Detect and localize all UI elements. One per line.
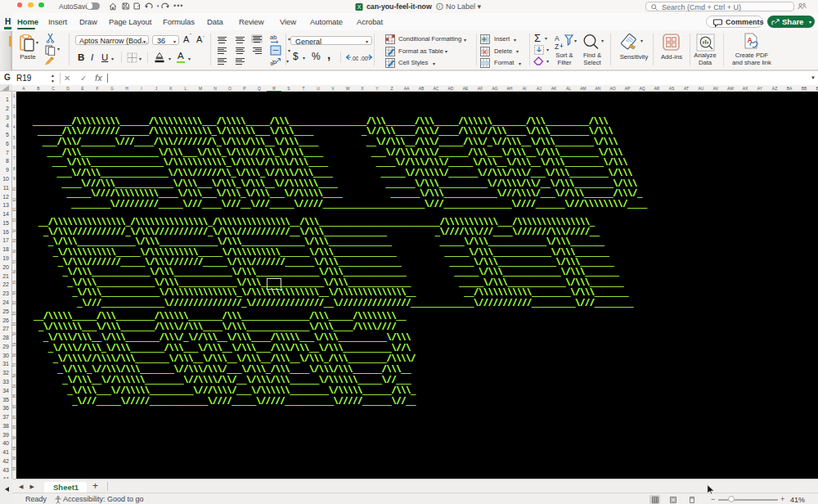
svg-text:.00: .00 [360,56,368,61]
svg-text:Z: Z [555,43,559,51]
svg-text:.00: .00 [351,56,358,61]
svg-text:ab: ab [270,34,276,41]
svg-text:i: i [439,4,440,9]
svg-text:X: X [357,4,362,10]
svg-text:A: A [555,34,560,43]
